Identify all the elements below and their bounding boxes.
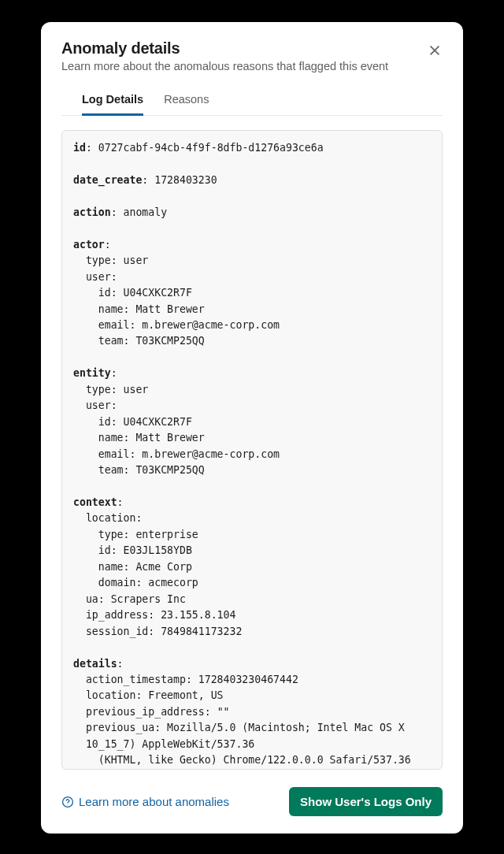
entity-user-id: U04CXKC2R7F [124,416,192,428]
entity-user-team: T03KCMP25QQ [135,464,204,476]
anomaly-details-modal: Anomaly details Learn more about the ano… [41,22,463,834]
actor-type: user [124,254,149,266]
actor-user-email: m.brewer@acme-corp.com [142,319,280,331]
learn-more-link[interactable]: Learn more about anomalies [61,795,229,808]
modal-subtitle: Learn more about the anomalous reasons t… [61,60,443,72]
tab-log-details[interactable]: Log Details [82,87,143,116]
entity-type: user [124,384,149,395]
ctx-loc-type: enterprise [135,529,198,540]
actor-user-id: U04CXKC2R7F [124,287,192,299]
entity-user-name: Matt Brewer [135,432,204,444]
close-button[interactable] [421,36,449,65]
learn-more-text: Learn more about anomalies [79,795,229,808]
tabs: Log Details Reasons [61,87,443,116]
det-prev-ua-3: (KHTML, like Gecko) Chrome/122.0.0.0 Saf… [98,754,411,766]
log-code-block: id: 0727cabf-94cb-4f9f-8dfb-d1276a93ce6a… [61,130,443,770]
det-prev-ip: "" [217,706,230,718]
actor-user-team: T03KCMP25QQ [135,335,204,347]
det-prev-ua-2: 10_15_7) AppleWebKit/537.36 [86,738,254,750]
ctx-ua: Scrapers Inc [111,593,186,605]
ctx-session: 7849841173232 [161,626,242,637]
help-icon [61,796,74,808]
ctx-loc-domain: acmecorp [148,577,198,589]
modal-header: Anomaly details Learn more about the ano… [41,22,463,116]
log-action: anomaly [124,206,168,218]
ctx-loc-name: Acme Corp [135,561,191,573]
entity-user-email: m.brewer@acme-corp.com [142,448,280,460]
actor-user-name: Matt Brewer [135,303,204,315]
det-prev-ua-1: Mozilla/5.0 (Macintosh; Intel Mac OS X [167,722,405,733]
log-id: 0727cabf-94cb-4f9f-8dfb-d1276a93ce6a [98,142,324,154]
modal-title: Anomaly details [61,39,443,58]
det-ts: 1728403230467442 [198,674,298,685]
modal-body: id: 0727cabf-94cb-4f9f-8dfb-d1276a93ce6a… [41,116,463,774]
tab-reasons[interactable]: Reasons [164,87,209,116]
modal-footer: Learn more about anomalies Show User's L… [41,774,463,834]
det-loc: Freemont, US [148,689,223,701]
show-users-logs-button[interactable]: Show User's Logs Only [289,787,443,816]
svg-point-3 [68,804,69,805]
close-icon [428,43,442,58]
ctx-loc-id: E03JL158YDB [124,544,192,556]
ctx-ip: 23.155.8.104 [161,609,235,621]
log-date-create: 1728403230 [154,174,217,186]
